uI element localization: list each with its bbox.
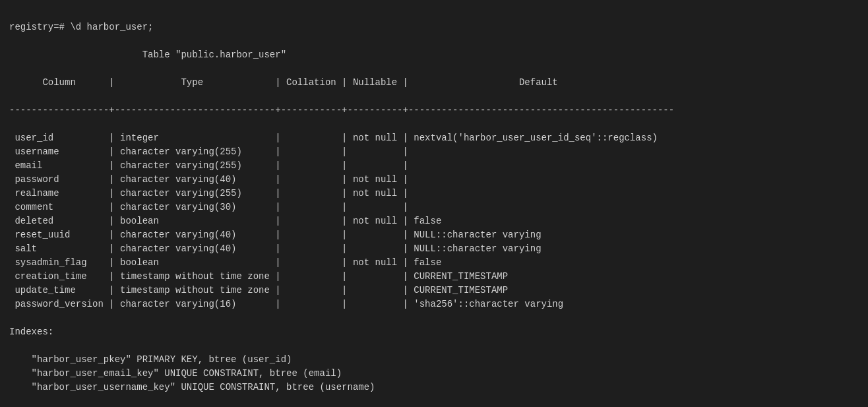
table-row: deleted | boolean | | not null | false bbox=[9, 216, 441, 226]
table-row: creation_time | timestamp without time z… bbox=[9, 271, 508, 282]
table-row: realname | character varying(255) | | no… bbox=[9, 188, 414, 199]
table-row: password | character varying(40) | | not… bbox=[9, 174, 414, 185]
table-rows: user_id | integer | | not null | nextval… bbox=[9, 133, 658, 309]
table-row: salt | character varying(40) | | | NULL:… bbox=[9, 243, 542, 254]
index-item: "harbor_user_pkey" PRIMARY KEY, btree (u… bbox=[9, 354, 292, 365]
table-row: user_id | integer | | not null | nextval… bbox=[9, 133, 658, 143]
table-separator: ------------------+---------------------… bbox=[9, 105, 674, 115]
index-item: "harbor_user_email_key" UNIQUE CONSTRAIN… bbox=[9, 368, 342, 379]
table-row: password_version | character varying(16)… bbox=[9, 299, 563, 309]
table-row: comment | character varying(30) | | | bbox=[9, 202, 414, 212]
index-items: "harbor_user_pkey" PRIMARY KEY, btree (u… bbox=[9, 354, 375, 392]
terminal-output: registry=# \d harbor_user; Table "public… bbox=[9, 7, 859, 407]
table-row: reset_uuid | character varying(40) | | |… bbox=[9, 230, 542, 240]
index-item: "harbor_user_username_key" UNIQUE CONSTR… bbox=[9, 382, 375, 392]
table-row: sysadmin_flag | boolean | | not null | f… bbox=[9, 257, 441, 268]
table-row: username | character varying(255) | | | bbox=[9, 146, 414, 157]
command-line: registry=# \d harbor_user; bbox=[9, 22, 153, 32]
table-header: Column | Type | Collation | Nullable | D… bbox=[9, 77, 674, 88]
table-row: email | character varying(255) | | | bbox=[9, 160, 414, 171]
indexes-header: Indexes: bbox=[9, 327, 53, 337]
table-row: update_time | timestamp without time zon… bbox=[9, 285, 508, 296]
table-title: Table "public.harbor_user" bbox=[9, 49, 286, 60]
